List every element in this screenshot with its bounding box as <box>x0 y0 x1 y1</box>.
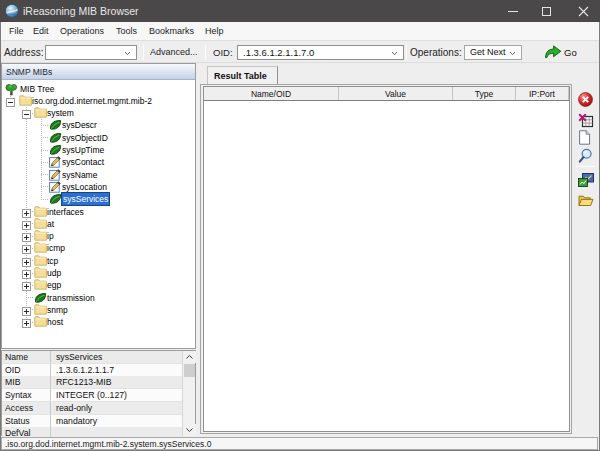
folder-icon <box>34 255 47 268</box>
tree-item-iso.org.dod.internet.mgmt.mib-2[interactable]: iso.org.dod.internet.mgmt.mib-2 <box>2 95 195 108</box>
stop-button[interactable] <box>578 92 594 108</box>
menu-help[interactable]: Help <box>205 22 224 41</box>
expand-toggle[interactable] <box>22 209 31 218</box>
menu-bookmarks[interactable]: Bookmarks <box>149 22 194 41</box>
property-row-oid: OID.1.3.6.1.2.1.1.7 <box>2 364 182 377</box>
tree-item-sysDescr[interactable]: sysDescr <box>2 119 195 132</box>
tree-item-sysName[interactable]: sysName <box>2 169 195 182</box>
expand-toggle[interactable] <box>22 258 31 267</box>
scroll-up-button[interactable] <box>183 351 196 363</box>
minimize-button[interactable] <box>496 0 530 22</box>
scroll-down-button[interactable] <box>183 424 196 436</box>
tree-item-host[interactable]: host <box>2 316 195 329</box>
tree-item-sysUpTime[interactable]: sysUpTime <box>2 144 195 157</box>
tree-item-sysServices[interactable]: sysServices <box>2 193 195 206</box>
expand-toggle[interactable] <box>22 270 31 279</box>
collapse-toggle[interactable] <box>22 110 31 119</box>
property-row-syntax: SyntaxINTEGER (0..127) <box>2 389 182 402</box>
graph-button[interactable] <box>578 173 594 189</box>
menubar: FileEditOperationsToolsBookmarksHelp <box>1 22 599 41</box>
property-value: read-only <box>52 402 182 415</box>
oid-combobox[interactable]: .1.3.6.1.2.1.1.7.0 <box>237 45 404 60</box>
tree-item-system[interactable]: system <box>2 107 195 120</box>
find-icon <box>578 154 593 166</box>
column-header-type[interactable]: Type <box>453 87 516 100</box>
operations-label: Operations: <box>410 42 462 63</box>
column-header-ip-port[interactable]: IP:Port <box>516 87 569 100</box>
expand-toggle[interactable] <box>22 319 31 328</box>
tree-item-at[interactable]: at <box>2 218 195 231</box>
scrollbar-thumb[interactable] <box>184 364 195 377</box>
tree-item-tcp[interactable]: tcp <box>2 255 195 268</box>
tree-item-ip[interactable]: ip <box>2 230 195 243</box>
result-table: Name/OIDValueTypeIP:Port <box>203 86 570 432</box>
new-document-button[interactable] <box>578 130 594 146</box>
toolbar-separator <box>143 45 144 60</box>
tree-item-label: host <box>47 316 63 328</box>
property-name: OID <box>2 364 51 377</box>
tree-item-label: iso.org.dod.internet.mgmt.mib-2 <box>32 95 152 107</box>
toolbar-separator <box>576 166 595 167</box>
leaf-icon <box>49 144 62 157</box>
tab-result-table[interactable]: Result Table <box>207 66 278 85</box>
expand-toggle[interactable] <box>22 282 31 291</box>
tree-item-label: icmp <box>47 242 65 254</box>
tree-item-label: sysServices <box>62 193 109 205</box>
expand-toggle[interactable] <box>22 307 31 316</box>
menu-edit[interactable]: Edit <box>33 22 49 41</box>
chevron-down-icon <box>124 51 131 56</box>
advanced-button[interactable]: Advanced... <box>150 42 198 63</box>
find-button[interactable] <box>578 148 594 164</box>
tree-item-icmp[interactable]: icmp <box>2 242 195 255</box>
column-header-name-oid[interactable]: Name/OID <box>204 87 339 100</box>
go-label: Go <box>564 44 577 62</box>
property-value: .1.3.6.1.2.1.1.7 <box>52 364 182 377</box>
result-tabpane: Name/OIDValueTypeIP:Port <box>200 84 572 434</box>
tree-item-label: system <box>47 107 74 119</box>
menu-tools[interactable]: Tools <box>116 22 137 41</box>
tree-item-transmission[interactable]: transmission <box>2 292 195 305</box>
operations-combobox[interactable]: Get Next <box>464 45 522 60</box>
column-header-value[interactable]: Value <box>339 87 453 100</box>
menu-file[interactable]: File <box>9 22 24 41</box>
tree-item-interfaces[interactable]: interfaces <box>2 206 195 219</box>
tree-item-sysObjectID[interactable]: sysObjectID <box>2 132 195 145</box>
clear-table-button[interactable] <box>578 113 594 129</box>
folder-icon <box>19 95 32 108</box>
property-name: Status <box>2 415 51 428</box>
folder-icon <box>34 304 47 317</box>
expand-toggle[interactable] <box>22 221 31 230</box>
tree-item-udp[interactable]: udp <box>2 267 195 280</box>
maximize-icon <box>542 7 551 16</box>
properties-scrollbar[interactable] <box>182 351 195 436</box>
address-combobox[interactable] <box>45 45 137 60</box>
expand-toggle[interactable] <box>22 233 31 242</box>
property-name: Access <box>2 402 51 415</box>
open-folder-button[interactable] <box>578 194 594 210</box>
chevron-down-icon <box>509 51 516 56</box>
chevron-down-icon <box>186 428 193 432</box>
oid-label: OID: <box>213 42 233 63</box>
tree-item-MIB Tree[interactable]: MIB Tree <box>2 83 195 96</box>
tree-item-snmp[interactable]: snmp <box>2 304 195 317</box>
oid-value: .1.3.6.1.2.1.1.7.0 <box>243 46 314 59</box>
menu-operations[interactable]: Operations <box>60 22 104 41</box>
tree-item-label: udp <box>47 267 61 279</box>
property-name: Name <box>2 351 51 364</box>
collapse-toggle[interactable] <box>6 98 15 107</box>
leaf-icon <box>49 132 62 145</box>
tree-item-egp[interactable]: egp <box>2 279 195 292</box>
close-button[interactable] <box>566 0 600 22</box>
maximize-button[interactable] <box>529 0 563 22</box>
tree-item-label: sysDescr <box>62 119 97 131</box>
tree-item-sysContact[interactable]: sysContact <box>2 156 195 169</box>
open-folder-icon <box>578 197 594 209</box>
tree-item-sysLocation[interactable]: sysLocation <box>2 181 195 194</box>
tree-item-label: transmission <box>47 292 95 304</box>
expand-toggle[interactable] <box>22 245 31 254</box>
tree-item-label: sysContact <box>62 156 104 168</box>
clear-table-icon <box>578 118 594 130</box>
status-text: .iso.org.dod.internet.mgmt.mib-2.system.… <box>5 438 211 449</box>
tree-item-label: egp <box>47 279 61 291</box>
toolbar-separator <box>406 45 407 60</box>
